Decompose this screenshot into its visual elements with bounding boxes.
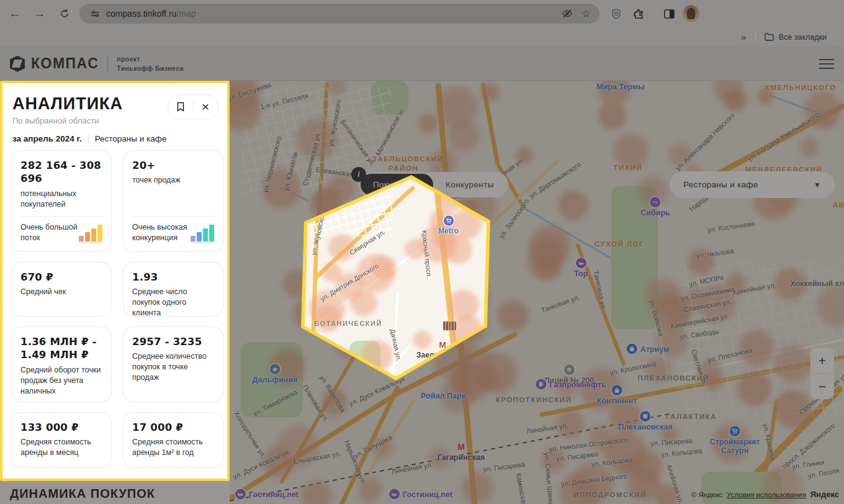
all-bookmarks-button[interactable]: Все закладки: [765, 33, 827, 42]
extensions-icon[interactable]: [631, 6, 645, 21]
district-label: ХМЕЛЬНИЦКОГО: [765, 84, 837, 91]
street-label: ул. Писарева: [650, 437, 693, 448]
poi-label: Metro: [438, 227, 459, 236]
menu-icon[interactable]: [819, 59, 834, 72]
poi-хоккейный-клуб[interactable]: Хоккейный клуб: [790, 278, 844, 288]
meta-divider: [88, 135, 89, 143]
save-bookmark-button[interactable]: [168, 95, 193, 119]
zoom-control: + −: [810, 348, 834, 399]
district-label: РАЙОН: [388, 164, 418, 172]
card-footer-text: Очень большой поток: [20, 222, 79, 243]
browser-chrome: ← → compass.tinkoff.ru/map ☆ | » В: [0, 0, 844, 47]
district-label: ГАЛАКТИКА: [666, 413, 717, 420]
chevron-down-icon: ▼: [814, 181, 821, 189]
district-label: БОТАНИЧЕСКИЙ: [314, 320, 382, 327]
project-caption: проект Тинькофф Бизнеса: [117, 55, 184, 73]
street-label: ул. Александра Невского: [674, 111, 737, 172]
street-label: Каменская ул.: [515, 472, 530, 504]
poi-label: Тор: [574, 269, 588, 278]
poi-сибирь[interactable]: Сибирь: [640, 197, 670, 217]
forward-icon[interactable]: →: [31, 5, 48, 22]
reload-icon[interactable]: [56, 5, 73, 22]
card-label: Средняя стоимость аренды 1м² в год: [132, 437, 214, 458]
yandex-logo: Яндекс: [810, 490, 839, 499]
side-panel-icon[interactable]: [662, 6, 676, 21]
poi-мира-термы[interactable]: Мира Термы: [596, 81, 645, 91]
category-dropdown[interactable]: Рестораны и кафе ▼: [670, 171, 835, 198]
street-label: ул. Красина: [762, 423, 777, 461]
competition-bars-icon: [191, 225, 214, 243]
shield-icon[interactable]: [609, 6, 624, 21]
poi-ройял-парк[interactable]: Ройял Парк: [421, 390, 465, 400]
eye-off-icon[interactable]: [562, 8, 573, 19]
arrows-icon: [650, 197, 661, 207]
poi-гостиниц-net[interactable]: Гостиниц.net: [235, 489, 299, 500]
poi-label: Сибирь: [640, 209, 670, 217]
address-bar[interactable]: compass.tinkoff.ru/map ☆: [79, 4, 599, 24]
analytics-card: 282 164 - 308 696 потенциальных покупате…: [11, 150, 112, 252]
analytics-card: 1.93 Среднее число покупок одного клиент…: [123, 262, 223, 317]
sidebar-next-section: ДИНАМИКА ПОКУПОК: [0, 481, 230, 504]
poi-гагаринская[interactable]: МГагаринская: [438, 442, 485, 462]
poi-metro[interactable]: Metro: [438, 215, 459, 235]
poi-атриум[interactable]: Атриум: [627, 344, 669, 354]
street-label: ул. Костонаева: [707, 220, 755, 234]
district-label: ИППОДРОМСКИЙ: [573, 491, 647, 498]
card-footer-text: Очень высокая конкуренция: [132, 222, 191, 243]
poi-label: Газпромнефть: [549, 380, 606, 389]
site-settings-icon[interactable]: [91, 9, 100, 19]
poi-строймаркет-сатурн[interactable]: Строймаркет Сатурн: [706, 426, 765, 456]
analytics-card: 670 ₽ Средний чек: [11, 262, 112, 317]
card-footer: Очень большой поток: [20, 217, 102, 243]
panel-actions: ×: [168, 94, 218, 119]
zoom-in-button[interactable]: +: [810, 348, 834, 373]
bookmarks-bar: » Все закладки: [0, 27, 844, 47]
bookmark-star-icon[interactable]: ☆: [581, 7, 591, 20]
url-text: compass.tinkoff.ru/map: [106, 9, 195, 19]
terms-link[interactable]: Условия использования: [727, 491, 806, 498]
analytics-card: 133 000 ₽ Средняя стоимость аренды в мес…: [11, 412, 112, 468]
brand: КОМПАС проект Тинькофф Бизнеса: [10, 55, 184, 73]
street-label: ул. Гоголя: [807, 467, 840, 480]
period-label: за апрель 2024 г.: [12, 134, 82, 143]
district-label: ПЛЕХАНОВСКИЙ: [638, 374, 709, 382]
poi-гостиниц-net[interactable]: Гостиниц.net: [389, 489, 452, 500]
overflow-chevron-icon[interactable]: »: [741, 32, 746, 42]
street-label: ул. Кольцова: [660, 447, 702, 459]
card-value: 670 ₽: [20, 271, 102, 284]
poi-label: Ройял Парк: [421, 392, 465, 400]
mode-competitors-button[interactable]: Конкуренты: [433, 174, 506, 196]
dolphin-icon: [269, 364, 280, 374]
bag-icon: [611, 385, 622, 395]
folder-icon: [765, 33, 774, 41]
bed-icon: [389, 489, 400, 500]
card-label: Средний оборот точки продаж без учета на…: [20, 365, 102, 397]
card-value: 282 164 - 308 696: [20, 159, 102, 186]
map-attribution: © Яндекс Условия использования Яндекс: [691, 490, 839, 499]
zoom-out-button[interactable]: −: [810, 374, 834, 399]
bag-icon: [627, 344, 637, 354]
card-footer: Очень высокая конкуренция: [132, 217, 214, 243]
poi-label: Хоккейный клуб: [790, 279, 844, 288]
poi-плехановская[interactable]: Плехановская: [618, 411, 672, 431]
card-value: 133 000 ₽: [20, 421, 102, 434]
poi-label: Гостиниц.net: [403, 490, 452, 499]
poi-тор[interactable]: Тор: [574, 258, 588, 278]
card-value: 1.93: [132, 271, 214, 284]
poi-building[interactable]: [443, 322, 456, 330]
poi-label: Гагаринская: [438, 453, 485, 462]
cart-icon: [443, 215, 453, 225]
poi-дельфиния[interactable]: Дельфиния: [253, 364, 298, 384]
card-value: 20+: [132, 159, 214, 172]
poi-label: Строймаркет Сатурн: [706, 438, 765, 456]
poi-газпромнефть[interactable]: Газпромнефть: [536, 379, 606, 390]
card-value: 1.36 млн ₽ - 1.49 млн ₽: [20, 335, 102, 362]
close-panel-button[interactable]: ×: [194, 95, 218, 119]
category-label: Рестораны и кафе: [95, 134, 167, 143]
profile-avatar[interactable]: [683, 5, 699, 22]
card-label: Среднее число покупок одного клиента: [132, 287, 214, 318]
back-icon[interactable]: ←: [6, 5, 24, 22]
brand-divider: [107, 56, 108, 72]
info-icon[interactable]: i: [351, 167, 366, 182]
metro-icon: М: [457, 442, 465, 452]
